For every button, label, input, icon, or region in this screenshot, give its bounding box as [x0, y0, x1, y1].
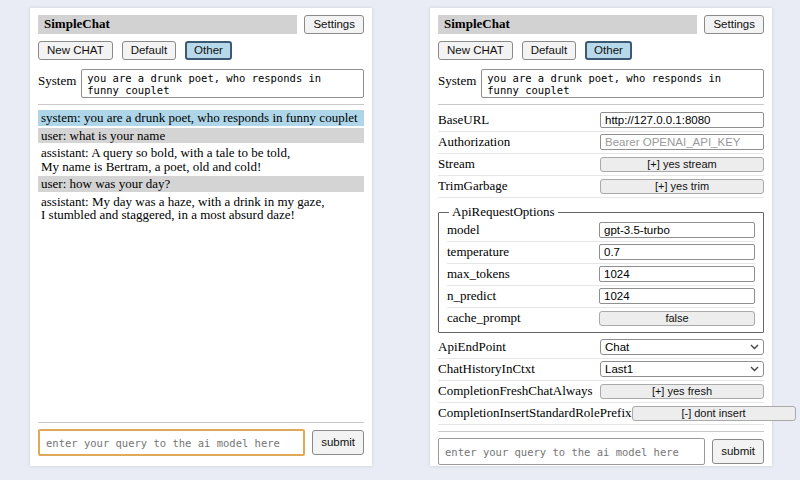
query-input[interactable]: [38, 429, 305, 456]
workspace: SimpleChat Settings New CHAT Default Oth…: [0, 0, 800, 480]
chat-history-selected-value: Last1: [605, 363, 633, 375]
baseurl-input[interactable]: [600, 112, 764, 128]
trimgarbage-label: TrimGarbage: [438, 178, 600, 194]
completion-fresh-toggle-button[interactable]: [+] yes fresh: [600, 384, 764, 399]
cache-prompt-label: cache_prompt: [447, 310, 599, 326]
submit-button[interactable]: submit: [312, 430, 364, 455]
api-endpoint-select[interactable]: Chat: [600, 339, 764, 355]
query-row: submit: [438, 438, 764, 465]
session-default-button[interactable]: Default: [122, 41, 176, 60]
chat-panel: SimpleChat Settings New CHAT Default Oth…: [30, 8, 372, 466]
setting-row-completion-fresh: CompletionFreshChatAlways [+] yes fresh: [438, 381, 764, 403]
system-input[interactable]: you are a drunk poet, who responds in fu…: [81, 69, 364, 98]
completion-insert-label: CompletionInsertStandardRolePrefix: [438, 405, 632, 421]
submit-button[interactable]: submit: [712, 439, 764, 464]
baseurl-label: BaseURL: [438, 112, 600, 128]
api-endpoint-label: ApiEndPoint: [438, 339, 600, 355]
chat-message-assistant: assistant: A query so bold, with a tale …: [38, 145, 364, 174]
divider: [438, 104, 764, 105]
divider: [438, 431, 764, 432]
settings-panel: SimpleChat Settings New CHAT Default Oth…: [430, 8, 772, 466]
setting-row-n-predict: n_predict: [447, 286, 755, 308]
setting-row-api-endpoint: ApiEndPoint Chat: [438, 337, 764, 359]
session-default-button[interactable]: Default: [522, 41, 576, 60]
stream-label: Stream: [438, 156, 600, 172]
query-input[interactable]: [438, 438, 705, 465]
setting-row-authorization: Authorization: [438, 132, 764, 154]
authorization-label: Authorization: [438, 134, 600, 150]
session-buttons: New CHAT Default Other: [38, 41, 364, 60]
model-label: model: [447, 222, 599, 238]
app-title: SimpleChat: [438, 15, 697, 34]
chat-history-select[interactable]: Last1: [600, 361, 764, 377]
panel-header: SimpleChat Settings: [438, 15, 764, 34]
max-tokens-label: max_tokens: [447, 266, 599, 282]
session-buttons: New CHAT Default Other: [438, 41, 764, 60]
api-request-options-fieldset: ApiRequestOptions model temperature max_…: [438, 204, 764, 333]
divider: [38, 104, 364, 105]
setting-row-completion-insert: CompletionInsertStandardRolePrefix [-] d…: [438, 403, 764, 425]
divider: [38, 422, 364, 423]
chevron-down-icon: [750, 366, 759, 372]
setting-row-temperature: temperature: [447, 242, 755, 264]
panel-header: SimpleChat Settings: [38, 15, 364, 34]
chat-message-assistant: assistant: My day was a haze, with a dri…: [38, 194, 364, 223]
api-request-options-legend: ApiRequestOptions: [449, 204, 558, 220]
new-chat-button[interactable]: New CHAT: [38, 41, 113, 60]
model-input[interactable]: [599, 222, 755, 238]
setting-row-baseurl: BaseURL: [438, 110, 764, 132]
system-prompt-row: System you are a drunk poet, who respond…: [438, 69, 764, 98]
setting-row-cache-prompt: cache_prompt false: [447, 308, 755, 329]
stream-toggle-button[interactable]: [+] yes stream: [600, 157, 764, 172]
authorization-input[interactable]: [600, 134, 764, 150]
chat-log: system: you are a drunk poet, who respon…: [38, 110, 364, 225]
temperature-input[interactable]: [599, 244, 755, 260]
chat-message-user: user: what is your name: [38, 128, 364, 144]
setting-row-model: model: [447, 220, 755, 242]
system-input[interactable]: you are a drunk poet, who responds in fu…: [481, 69, 764, 98]
spacer: [38, 225, 364, 417]
settings-list: BaseURL Authorization Stream [+] yes str…: [438, 110, 764, 425]
temperature-label: temperature: [447, 244, 599, 260]
n-predict-input[interactable]: [599, 288, 755, 304]
session-other-button[interactable]: Other: [185, 41, 232, 60]
chat-message-user: user: how was your day?: [38, 176, 364, 192]
settings-button[interactable]: Settings: [704, 15, 764, 34]
chat-history-label: ChatHistoryInCtxt: [438, 361, 600, 377]
settings-button[interactable]: Settings: [304, 15, 364, 34]
system-label: System: [38, 69, 76, 89]
setting-row-max-tokens: max_tokens: [447, 264, 755, 286]
api-endpoint-selected-value: Chat: [605, 341, 629, 353]
max-tokens-input[interactable]: [599, 266, 755, 282]
app-title: SimpleChat: [38, 15, 297, 34]
chevron-down-icon: [750, 344, 759, 350]
completion-insert-toggle-button[interactable]: [-] dont insert: [632, 406, 796, 421]
new-chat-button[interactable]: New CHAT: [438, 41, 513, 60]
session-other-button[interactable]: Other: [585, 41, 632, 60]
n-predict-label: n_predict: [447, 288, 599, 304]
setting-row-chat-history: ChatHistoryInCtxt Last1: [438, 359, 764, 381]
system-prompt-row: System you are a drunk poet, who respond…: [38, 69, 364, 98]
cache-prompt-toggle-button[interactable]: false: [599, 311, 755, 326]
setting-row-trimgarbage: TrimGarbage [+] yes trim: [438, 176, 764, 198]
setting-row-stream: Stream [+] yes stream: [438, 154, 764, 176]
completion-fresh-label: CompletionFreshChatAlways: [438, 383, 600, 399]
system-label: System: [438, 69, 476, 89]
trimgarbage-toggle-button[interactable]: [+] yes trim: [600, 179, 764, 194]
chat-message-system: system: you are a drunk poet, who respon…: [38, 110, 364, 126]
query-row: submit: [38, 429, 364, 456]
